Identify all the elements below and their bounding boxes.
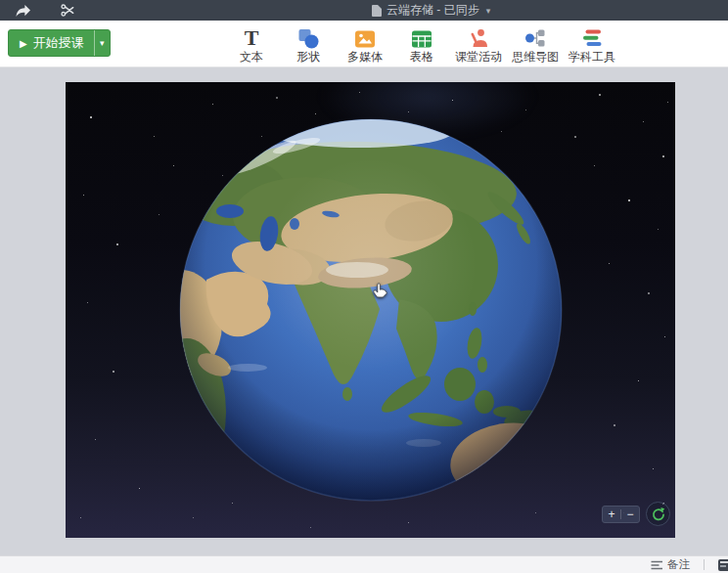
zoom-in-button[interactable]: + — [603, 507, 620, 522]
play-icon: ▶ — [20, 38, 27, 49]
rotate-refresh-icon — [651, 507, 666, 522]
text-icon: T — [245, 25, 259, 49]
reset-rotation-button[interactable] — [646, 502, 670, 526]
notes-button[interactable]: 备注 — [651, 557, 690, 572]
toolbar-item-subject-tools[interactable]: 学科工具 — [564, 21, 620, 67]
zoom-out-button[interactable]: − — [621, 507, 639, 522]
statusbar-divider — [704, 559, 705, 570]
start-teaching-dropdown[interactable]: ▾ — [94, 30, 110, 56]
start-teaching-main[interactable]: ▶ 开始授课 — [9, 30, 94, 56]
scissors-icon[interactable] — [59, 3, 76, 19]
hand-pointer-cursor — [371, 281, 389, 301]
earth-globe[interactable] — [179, 118, 563, 502]
start-teaching-label: 开始授课 — [33, 34, 84, 52]
shapes-icon — [297, 25, 319, 49]
toolbar-item-shapes[interactable]: 形状 — [280, 21, 337, 67]
media-icon — [354, 25, 376, 49]
class-activity-icon — [468, 25, 489, 49]
workspace: + − — [0, 67, 728, 555]
window-titlebar: 云端存储 - 已同步 ▾ — [0, 0, 728, 21]
globe-controls: + − — [602, 502, 670, 526]
mindmap-icon — [524, 25, 546, 49]
slide-panel-icon[interactable] — [718, 559, 728, 571]
start-teaching-button: ▶ 开始授课 ▾ — [8, 29, 111, 57]
toolbar-item-media[interactable]: 多媒体 — [337, 21, 393, 67]
main-toolbar: ▶ 开始授课 ▾ T 文本 形状 — [0, 21, 728, 67]
subject-tools-icon — [581, 25, 603, 49]
toolbar-item-text[interactable]: T 文本 — [223, 21, 280, 67]
document-icon — [372, 5, 382, 17]
document-title-text: 云端存储 - 已同步 — [387, 2, 479, 19]
table-icon — [411, 25, 432, 49]
notes-lines-icon — [651, 560, 663, 570]
titlebar-quick-actions — [0, 3, 76, 19]
document-title[interactable]: 云端存储 - 已同步 ▾ — [372, 0, 490, 21]
toolbar-item-mindmap[interactable]: 思维导图 — [507, 21, 564, 67]
toolbar-item-table[interactable]: 表格 — [393, 21, 450, 67]
insert-tool-group: T 文本 形状 多媒体 — [223, 21, 620, 67]
notes-label: 备注 — [667, 557, 690, 572]
status-bar: 备注 — [0, 555, 728, 573]
zoom-pill: + − — [602, 506, 640, 523]
share-arrow-icon[interactable] — [14, 3, 31, 19]
chevron-down-icon: ▾ — [486, 6, 491, 16]
slide-canvas[interactable]: + − — [66, 82, 675, 538]
toolbar-item-class-activity[interactable]: 课堂活动 — [450, 21, 507, 67]
